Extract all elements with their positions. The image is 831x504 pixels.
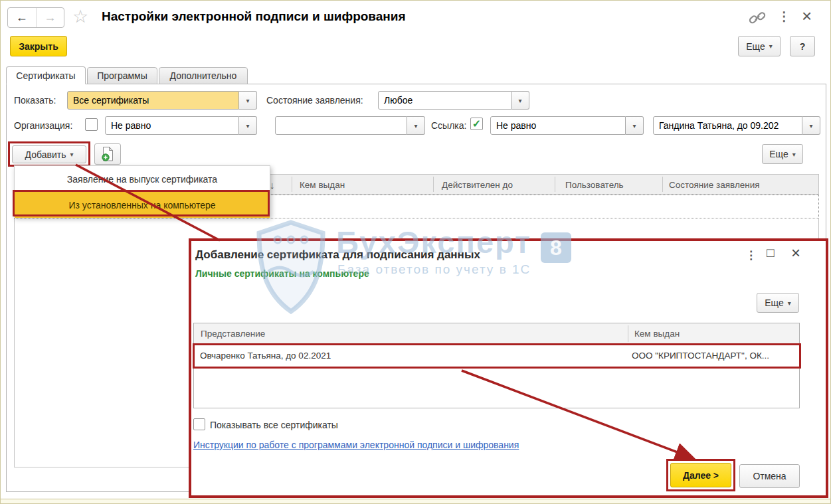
sort-desc-icon: ↓ [270, 175, 275, 195]
dialog-more-button-label: Еще [765, 297, 784, 308]
tab-certificates-label: Сертификаты [16, 70, 75, 81]
forward-button[interactable]: → [37, 8, 64, 27]
bottom-strip [1, 499, 831, 504]
help-button[interactable]: ? [790, 36, 815, 56]
reference-comparison-dropdown-arrow[interactable]: ▾ [626, 116, 644, 135]
dialog-close-icon[interactable]: × [791, 244, 800, 262]
add-dropdown-menu: Заявление на выпуск сертификата Из устан… [14, 165, 270, 217]
tab-programs[interactable]: Программы [87, 67, 157, 84]
show-filter-label: Показать: [14, 95, 56, 106]
back-button[interactable]: ← [8, 8, 37, 27]
chevron-down-icon: ▾ [769, 42, 773, 50]
tab-certificates[interactable]: Сертификаты [6, 66, 86, 84]
more-button-top-label: Еще [746, 41, 765, 52]
application-state-dropdown-arrow[interactable]: ▾ [511, 91, 529, 110]
chevron-down-icon: ▾ [632, 122, 636, 129]
tab-additional-label: Дополнительно [170, 70, 237, 81]
column-header-presentation[interactable]: Представление [201, 323, 265, 344]
link-icon[interactable] [749, 11, 766, 28]
organization-value-dropdown-arrow[interactable]: ▾ [407, 116, 425, 135]
reference-comparison-input[interactable]: Не равно [490, 116, 626, 135]
reference-checkbox[interactable]: ✓ [470, 118, 483, 130]
reference-value-dropdown-arrow[interactable]: ▾ [802, 116, 820, 135]
organization-checkbox[interactable] [85, 118, 98, 131]
add-button-label: Добавить [25, 149, 66, 160]
app-window: ← → ☆ Настройки электронной подписи и ши… [0, 0, 831, 504]
chevron-down-icon: ▾ [246, 97, 249, 104]
page-title: Настройки электронной подписи и шифрован… [102, 9, 406, 24]
dialog-table-row[interactable]: Овчаренко Татьяна, до 02.2021 ООО "КРИПТ… [195, 345, 798, 367]
check-icon: ✓ [472, 119, 481, 129]
more-button-top[interactable]: Еще ▾ [738, 36, 781, 56]
column-header-user[interactable]: Пользователь [565, 175, 624, 195]
show-filter-value: Все сертификаты [73, 95, 149, 106]
application-state-label: Состояние заявления: [266, 95, 363, 106]
show-filter-input[interactable]: Все сертификаты [67, 91, 239, 110]
more-button-toolbar[interactable]: Еще ▾ [762, 144, 803, 164]
close-form-button[interactable]: Закрыть [10, 36, 67, 56]
tab-additional[interactable]: Дополнительно [159, 67, 248, 84]
organization-comparison-value: Не равно [111, 120, 151, 131]
application-state-input[interactable]: Любое [378, 91, 511, 110]
cancel-button[interactable]: Отмена [739, 464, 800, 488]
show-all-certificates-checkbox[interactable] [193, 418, 205, 430]
show-all-certificates-label: Показывать все сертификаты [210, 420, 338, 430]
forward-icon: → [44, 11, 56, 25]
column-header-application-state[interactable]: Состояние заявления [669, 175, 760, 195]
instructions-link[interactable]: Инструкции по работе с программами элект… [193, 440, 519, 450]
chevron-down-icon: ▾ [246, 122, 249, 129]
show-filter-dropdown-arrow[interactable]: ▾ [239, 91, 257, 110]
organization-comparison-dropdown-arrow[interactable]: ▾ [239, 116, 257, 135]
column-header-valid-to[interactable]: Действителен до [442, 175, 513, 195]
document-plus-icon [101, 146, 114, 162]
reference-comparison-value: Не равно [496, 120, 536, 131]
organization-value-input[interactable] [275, 116, 407, 135]
tab-programs-label: Программы [97, 70, 147, 81]
menu-item-certificate-application[interactable]: Заявление на выпуск сертификата [15, 166, 270, 192]
dialog-menu-icon[interactable]: ⋮ [745, 248, 757, 262]
certificate-issuer: ООО "КРИПТОСТАНДАРТ", ОК... [632, 351, 769, 361]
next-button[interactable]: Далее > [670, 463, 731, 487]
add-from-file-button[interactable] [94, 143, 121, 165]
back-icon: ← [16, 11, 28, 25]
application-state-value: Любое [384, 95, 413, 106]
dialog-table-header[interactable]: Представление Кем выдан [194, 323, 799, 345]
chevron-down-icon: ▾ [414, 122, 417, 129]
favorite-icon[interactable]: ☆ [72, 6, 88, 27]
add-certificate-dialog: Добавление сертификата для подписания да… [189, 238, 828, 498]
menu-item-label: Из установленных на компьютере [68, 200, 215, 210]
reference-label: Ссылка: [431, 120, 466, 131]
chevron-down-icon: ▾ [788, 299, 791, 307]
reference-value-input[interactable]: Гандина Татьяна, до 09.202 [653, 116, 802, 135]
dialog-subtitle: Личные сертификаты на компьютере [195, 268, 369, 279]
window-menu-icon[interactable]: ⋮ [778, 9, 790, 24]
dialog-maximize-icon[interactable]: □ [767, 246, 774, 260]
add-button[interactable]: Добавить ▾ [12, 145, 86, 163]
column-header-issued-by[interactable]: Кем выдан [634, 323, 680, 344]
certificate-presentation: Овчаренко Татьяна, до 02.2021 [200, 351, 331, 361]
menu-item-from-installed[interactable]: Из установленных на компьютере [15, 192, 270, 218]
window-close-icon[interactable]: × [802, 6, 812, 27]
dialog-more-button[interactable]: Еще ▾ [757, 293, 799, 313]
column-header-issuer[interactable]: Кем выдан [300, 175, 345, 195]
chevron-down-icon: ▾ [70, 151, 73, 158]
nav-button-group: ← → [7, 7, 64, 28]
organization-label: Организация: [14, 120, 72, 131]
organization-comparison-input[interactable]: Не равно [105, 116, 239, 135]
chevron-down-icon: ▾ [792, 151, 796, 158]
dialog-title: Добавление сертификата для подписания да… [195, 248, 480, 262]
more-button-toolbar-label: Еще [769, 149, 788, 159]
chevron-down-icon: ▾ [518, 97, 521, 104]
reference-value: Гандина Татьяна, до 09.202 [659, 120, 779, 131]
chevron-down-icon: ▾ [809, 122, 812, 129]
menu-item-label: Заявление на выпуск сертификата [67, 174, 217, 185]
